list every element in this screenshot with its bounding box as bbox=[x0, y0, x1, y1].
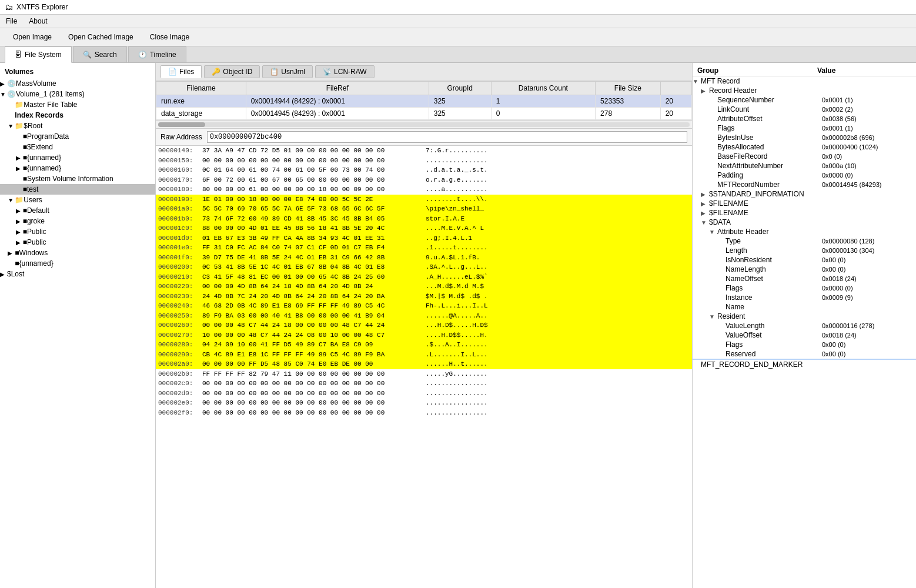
tree-item[interactable]: ■test bbox=[0, 184, 155, 195]
prop-item[interactable]: Reserved 0x00 (0) bbox=[693, 349, 916, 359]
hex-address: 00000240: bbox=[158, 301, 202, 311]
hex-row[interactable]: 000001e0:FF 31 C0 FC AC 84 C0 74 07 C1 C… bbox=[156, 243, 692, 253]
hex-row[interactable]: 000001b0:73 74 6F 72 00 49 89 CD 41 8B 4… bbox=[156, 214, 692, 224]
hex-row[interactable]: 00000190:1E 01 00 00 18 00 00 00 E8 74 0… bbox=[156, 195, 692, 205]
tree-item[interactable]: ▼📁Users bbox=[0, 195, 155, 205]
hex-row[interactable]: 00000250:89 F9 BA 03 00 00 40 41 B8 00 0… bbox=[156, 311, 692, 321]
prop-item[interactable]: ▶ $STANDARD_INFORMATION bbox=[693, 189, 916, 199]
tab-search[interactable]: 🔍 Search bbox=[73, 46, 127, 62]
tree-item[interactable]: ▼💿Volume_1 (281 items) bbox=[0, 89, 155, 99]
prop-item[interactable]: AttributeOffset 0x0038 (56) bbox=[693, 114, 916, 123]
tree-item[interactable]: ▶■{unnamed} bbox=[0, 163, 155, 173]
tree-item[interactable]: 📁Master File Table bbox=[0, 99, 155, 110]
sub-tab-files[interactable]: 📄 Files bbox=[161, 65, 202, 78]
prop-item[interactable]: Flags 0x0000 (0) bbox=[693, 283, 916, 293]
hex-row[interactable]: 00000240:46 68 2D 0B 4C 89 E1 E8 69 FF F… bbox=[156, 301, 692, 311]
hex-ascii: Fh-.L...i...I..L bbox=[426, 301, 488, 311]
tree-item[interactable]: ▶■Windows bbox=[0, 248, 155, 258]
tree-item[interactable]: Index Records bbox=[0, 110, 155, 121]
prop-item[interactable]: Name bbox=[693, 302, 916, 312]
prop-item[interactable]: ▼ Resident bbox=[693, 312, 916, 321]
hex-row[interactable]: 00000260:00 00 00 48 C7 44 24 18 00 00 0… bbox=[156, 320, 692, 330]
hex-bytes: 00 00 00 00 00 00 00 00 00 00 00 00 00 0… bbox=[202, 389, 426, 399]
hex-row[interactable]: 00000220:00 00 00 4D 8B 64 24 18 4D 8B 6… bbox=[156, 282, 692, 292]
tree-item[interactable]: ▶■groke bbox=[0, 216, 155, 226]
prop-item[interactable]: IsNonResident 0x00 (0) bbox=[693, 255, 916, 265]
tree-item[interactable]: ▶💿MassVolume bbox=[0, 78, 155, 89]
sub-tab-usnjrnl[interactable]: 📋 UsnJrnl bbox=[262, 65, 313, 78]
hex-row[interactable]: 00000200:0C 53 41 8B 5E 1C 4C 01 EB 67 8… bbox=[156, 262, 692, 272]
tab-timeline[interactable]: 🕐 Timeline bbox=[128, 46, 186, 62]
tab-filesystem[interactable]: 🗄 File System bbox=[5, 46, 72, 63]
open-image-button[interactable]: Open Image bbox=[5, 31, 60, 44]
hex-row[interactable]: 000001c0:88 00 00 00 4D 01 EE 45 8B 56 1… bbox=[156, 223, 692, 233]
hex-view[interactable]: 00000140:37 3A A9 47 CD 72 D5 01 00 00 0… bbox=[156, 146, 692, 588]
tree-item[interactable]: ▶$Lost bbox=[0, 269, 155, 279]
hex-row[interactable]: 00000180:80 00 00 00 61 00 00 00 00 00 1… bbox=[156, 185, 692, 195]
prop-item[interactable]: ▶ $FILENAME bbox=[693, 199, 916, 208]
tree-item[interactable]: ▶■{unnamed} bbox=[0, 152, 155, 163]
tree-item[interactable]: ▶■Public bbox=[0, 237, 155, 248]
prop-item[interactable]: Instance 0x0009 (9) bbox=[693, 293, 916, 302]
prop-item[interactable]: SequenceNumber 0x0001 (1) bbox=[693, 95, 916, 105]
prop-item[interactable]: ▼ Attribute Header bbox=[693, 227, 916, 236]
tree-item[interactable]: ▼📁$Root bbox=[0, 121, 155, 131]
menu-about[interactable]: About bbox=[23, 16, 53, 26]
tree-item[interactable]: ■ProgramData bbox=[0, 131, 155, 142]
prop-item[interactable]: Flags 0x0001 (1) bbox=[693, 123, 916, 133]
prop-item[interactable]: MFTRecordNumber 0x00014945 (84293) bbox=[693, 180, 916, 189]
open-cached-image-button[interactable]: Open Cached Image bbox=[60, 31, 142, 44]
prop-item[interactable]: ▶ $FILENAME bbox=[693, 208, 916, 218]
prop-item[interactable]: Padding 0x0000 (0) bbox=[693, 171, 916, 180]
hex-row[interactable]: 000002e0:00 00 00 00 00 00 00 00 00 00 0… bbox=[156, 398, 692, 408]
prop-item[interactable]: ▶ Record Header bbox=[693, 86, 916, 95]
sub-tab-objectid[interactable]: 🔑 Object ID bbox=[204, 65, 260, 78]
hex-row[interactable]: 000001d0:01 EB 67 E3 3B 49 FF CA 4A 8B 3… bbox=[156, 233, 692, 243]
horizontal-scrollbar[interactable] bbox=[156, 121, 692, 129]
hex-row[interactable]: 00000270:10 00 00 00 48 C7 44 24 24 08 0… bbox=[156, 330, 692, 340]
prop-item[interactable]: MFT_RECORD_END_MARKER bbox=[693, 360, 916, 369]
table-row[interactable]: run.exe 0x00014944 (84292) : 0x0001 325 … bbox=[156, 95, 692, 108]
prop-item[interactable]: ▼ $DATA bbox=[693, 218, 916, 227]
hex-row[interactable]: 000002b0:FF FF FF FF 82 79 47 11 00 00 0… bbox=[156, 369, 692, 379]
close-image-button[interactable]: Close Image bbox=[142, 31, 198, 44]
menu-file[interactable]: File bbox=[0, 16, 23, 26]
prop-item[interactable]: LinkCount 0x0002 (2) bbox=[693, 105, 916, 114]
hex-row[interactable]: 000001f0:39 D7 75 DE 41 8B 5E 24 4C 01 E… bbox=[156, 253, 692, 263]
prop-item[interactable]: BaseFileRecord 0x0 (0) bbox=[693, 152, 916, 161]
prop-item[interactable]: Type 0x00000080 (128) bbox=[693, 236, 916, 246]
prop-item[interactable]: Length 0x00000130 (304) bbox=[693, 246, 916, 255]
hex-row[interactable]: 00000140:37 3A A9 47 CD 72 D5 01 00 00 0… bbox=[156, 146, 692, 156]
prop-item[interactable]: ValueLength 0x00000116 (278) bbox=[693, 321, 916, 330]
tree-item[interactable]: ■{unnamed} bbox=[0, 258, 155, 269]
hex-row[interactable]: 00000150:00 00 00 00 00 00 00 00 00 00 0… bbox=[156, 156, 692, 166]
hex-row[interactable]: 000001a0:5C 5C 70 69 70 65 5C 7A 6E 5F 7… bbox=[156, 204, 692, 214]
raw-address-input[interactable] bbox=[207, 131, 687, 143]
hex-row[interactable]: 00000230:24 4D 8B 7C 24 20 4D 8B 64 24 2… bbox=[156, 292, 692, 302]
hex-row[interactable]: 000002a0:00 00 00 00 FF D5 48 85 C0 74 E… bbox=[156, 359, 692, 369]
prop-item[interactable]: ▼ MFT Record bbox=[693, 76, 916, 86]
scroll-thumb[interactable] bbox=[158, 122, 205, 127]
sub-tab-lcnraw[interactable]: 📡 LCN-RAW bbox=[315, 65, 375, 78]
hex-row[interactable]: 00000280:04 24 09 10 00 41 FF D5 49 89 C… bbox=[156, 340, 692, 350]
prop-item[interactable]: Flags 0x00 (0) bbox=[693, 340, 916, 349]
hex-row[interactable]: 000002c0:00 00 00 00 00 00 00 00 00 00 0… bbox=[156, 379, 692, 389]
prop-item[interactable]: ValueOffset 0x0018 (24) bbox=[693, 330, 916, 340]
hex-row[interactable]: 00000160:0C 01 64 00 61 00 74 00 61 00 5… bbox=[156, 165, 692, 175]
hex-row[interactable]: 00000290:CB 4C 89 E1 E8 1C FF FF FF 49 8… bbox=[156, 350, 692, 360]
tree-item[interactable]: ▶■Public bbox=[0, 226, 155, 237]
hex-row[interactable]: 00000210:C3 41 5F 48 81 EC 00 01 00 00 6… bbox=[156, 272, 692, 282]
tree-item[interactable]: ■$Extend bbox=[0, 142, 155, 152]
prop-item[interactable]: NameOffset 0x0018 (24) bbox=[693, 274, 916, 283]
prop-item[interactable]: BytesAllocated 0x00000400 (1024) bbox=[693, 142, 916, 152]
hex-row[interactable]: 00000170:6F 00 72 00 61 00 67 00 65 00 0… bbox=[156, 175, 692, 185]
prop-item[interactable]: BytesInUse 0x000002b8 (696) bbox=[693, 133, 916, 142]
tree-item[interactable]: ■System Volume Information bbox=[0, 173, 155, 184]
hex-row[interactable]: 000002f0:00 00 00 00 00 00 00 00 00 00 0… bbox=[156, 408, 692, 418]
prop-item[interactable]: NameLength 0x00 (0) bbox=[693, 265, 916, 274]
prop-item[interactable]: NextAttributeNumber 0x000a (10) bbox=[693, 161, 916, 171]
hex-row[interactable]: 000002d0:00 00 00 00 00 00 00 00 00 00 0… bbox=[156, 389, 692, 399]
table-row[interactable]: data_storage 0x00014945 (84293) : 0x0001… bbox=[156, 108, 692, 120]
tree-item[interactable]: ▶■Default bbox=[0, 205, 155, 216]
col-groupid: GroupId bbox=[429, 82, 491, 95]
